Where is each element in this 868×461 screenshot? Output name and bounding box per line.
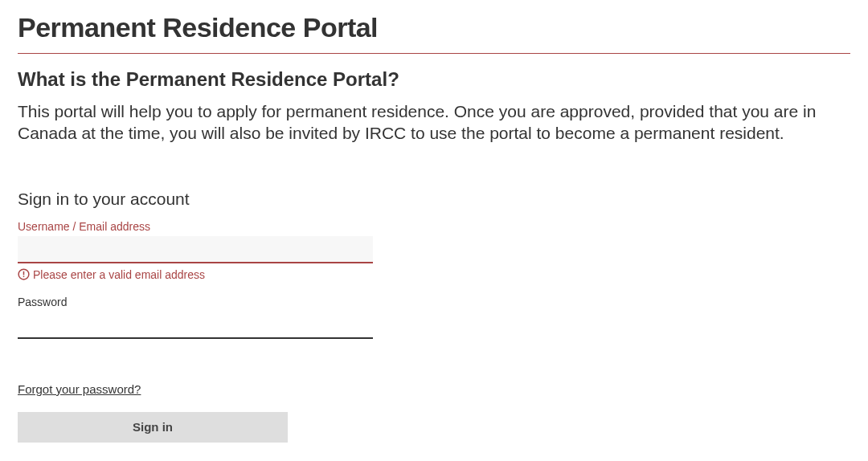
signin-heading: Sign in to your account xyxy=(18,190,373,209)
password-field-group: Password xyxy=(18,296,373,339)
page-title: Permanent Residence Portal xyxy=(18,12,850,43)
forgot-password-link[interactable]: Forgot your password? xyxy=(18,382,141,396)
signin-form: Sign in to your account Username / Email… xyxy=(18,190,373,443)
username-error-text: Please enter a valid email address xyxy=(33,268,205,281)
about-heading: What is the Permanent Residence Portal? xyxy=(18,68,850,91)
username-error: Please enter a valid email address xyxy=(18,268,373,281)
title-divider xyxy=(18,53,850,54)
svg-rect-2 xyxy=(23,276,25,278)
username-input[interactable] xyxy=(18,236,373,263)
username-label: Username / Email address xyxy=(18,220,373,233)
svg-rect-1 xyxy=(23,271,25,275)
intro-text: This portal will help you to apply for p… xyxy=(18,100,850,145)
error-exclamation-icon xyxy=(18,268,30,280)
password-label: Password xyxy=(18,296,373,308)
password-input[interactable] xyxy=(18,312,373,339)
username-field-group: Username / Email address Please enter a … xyxy=(18,220,373,281)
signin-button[interactable]: Sign in xyxy=(18,412,288,443)
